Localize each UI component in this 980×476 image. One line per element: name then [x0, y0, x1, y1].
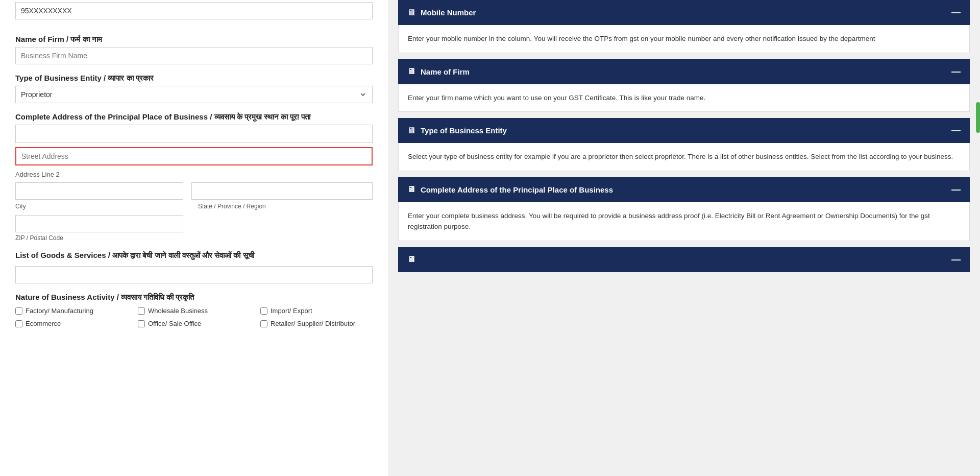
checkbox-factory-label: Factory/ Manufacturing — [26, 307, 93, 315]
info-card-firm-body: Enter your firm name which you want to u… — [398, 84, 970, 112]
info-card-mobile-body: Enter your mobile number in the column. … — [398, 25, 970, 53]
scrollbar-indicator[interactable] — [976, 102, 980, 133]
monitor-icon-partial: 🖥 — [407, 255, 415, 264]
nature-group: Nature of Business Activity / व्यवसाय गत… — [15, 293, 373, 327]
business-entity-group: Type of Business Entity / व्यापार का प्र… — [15, 74, 373, 103]
checkbox-wholesale-input[interactable] — [138, 307, 145, 315]
checkbox-wholesale-label: Wholesale Business — [148, 307, 208, 315]
city-label: City — [15, 203, 190, 210]
gstin-input[interactable] — [15, 2, 373, 19]
monitor-icon-mobile: 🖥 — [407, 8, 415, 17]
info-card-address-header-left: 🖥 Complete Address of the Principal Plac… — [407, 185, 613, 194]
state-input[interactable] — [191, 182, 373, 200]
collapse-partial-icon[interactable]: — — [951, 254, 961, 265]
city-col — [15, 182, 183, 200]
checkbox-office: Office/ Sale Office — [138, 320, 250, 327]
goods-services-group: List of Goods & Services / आपके द्वारा ब… — [15, 251, 373, 283]
info-card-entity-header-left: 🖥 Type of Business Entity — [407, 126, 507, 135]
checkbox-import-label: Import/ Export — [271, 307, 312, 315]
goods-services-input[interactable] — [15, 266, 373, 283]
checkbox-retailer-input[interactable] — [260, 320, 267, 327]
goods-services-label: List of Goods & Services / आपके द्वारा ब… — [15, 251, 373, 260]
checkbox-office-input[interactable] — [138, 320, 145, 327]
city-input[interactable] — [15, 182, 183, 200]
info-card-firm-header[interactable]: 🖥 Name of Firm — — [398, 59, 970, 84]
collapse-mobile-icon[interactable]: — — [951, 7, 961, 18]
business-entity-label: Type of Business Entity / व्यापार का प्र… — [15, 74, 373, 83]
info-card-partial: 🖥 — — [398, 247, 970, 272]
collapse-firm-icon[interactable]: — — [951, 66, 961, 77]
right-panel: 🖥 Mobile Number — Enter your mobile numb… — [388, 0, 980, 476]
collapse-address-icon[interactable]: — — [951, 184, 961, 195]
checkbox-ecommerce-input[interactable] — [15, 320, 22, 327]
checkbox-retailer-label: Retailer/ Supplier/ Distributor — [271, 320, 355, 327]
checkbox-retailer: Retailer/ Supplier/ Distributor — [260, 320, 373, 327]
info-card-entity-body: Select your type of business entity for … — [398, 143, 970, 171]
checkbox-import-input[interactable] — [260, 307, 267, 315]
address-section-label: Complete Address of the Principal Place … — [15, 112, 373, 122]
info-card-firm-header-left: 🖥 Name of Firm — [407, 67, 470, 76]
state-label: State / Province / Region — [198, 203, 373, 210]
info-card-entity-header[interactable]: 🖥 Type of Business Entity — — [398, 118, 970, 143]
nature-label: Nature of Business Activity / व्यवसाय गत… — [15, 293, 373, 302]
checkbox-ecommerce-label: Ecommerce — [26, 320, 61, 327]
firm-name-group: Name of Firm / फर्म का नाम — [15, 35, 373, 64]
address-line2-label: Address Line 2 — [15, 171, 373, 178]
info-card-address-header[interactable]: 🖥 Complete Address of the Principal Plac… — [398, 177, 970, 202]
checkbox-office-label: Office/ Sale Office — [148, 320, 201, 327]
address-line1-input[interactable] — [15, 125, 373, 143]
info-card-address-body: Enter your complete business address. Yo… — [398, 202, 970, 241]
info-card-firm: 🖥 Name of Firm — Enter your firm name wh… — [398, 59, 970, 112]
info-card-address-title: Complete Address of the Principal Place … — [421, 185, 613, 194]
monitor-icon-firm: 🖥 — [407, 67, 415, 76]
info-card-mobile-header-left: 🖥 Mobile Number — [407, 8, 476, 17]
info-card-mobile-title: Mobile Number — [421, 8, 476, 17]
checkbox-ecommerce: Ecommerce — [15, 320, 128, 327]
zip-label: ZIP / Postal Code — [15, 234, 373, 242]
street-address-input[interactable] — [15, 147, 373, 165]
info-card-entity: 🖥 Type of Business Entity — Select your … — [398, 118, 970, 171]
info-card-entity-title: Type of Business Entity — [421, 126, 507, 135]
info-card-partial-header[interactable]: 🖥 — — [398, 247, 970, 272]
firm-name-input[interactable] — [15, 47, 373, 64]
address-group: Complete Address of the Principal Place … — [15, 112, 373, 242]
firm-name-label: Name of Firm / फर्म का नाम — [15, 35, 373, 44]
left-panel: Name of Firm / फर्म का नाम Type of Busin… — [0, 0, 388, 476]
checkbox-factory: Factory/ Manufacturing — [15, 307, 128, 315]
business-entity-select[interactable]: Proprietor Partnership LLP Company Trust — [15, 86, 373, 103]
info-card-mobile-header[interactable]: 🖥 Mobile Number — — [398, 0, 970, 25]
zip-input[interactable] — [15, 215, 183, 232]
info-card-partial-header-left: 🖥 — [407, 255, 421, 264]
zip-row: ZIP / Postal Code — [15, 215, 373, 242]
monitor-icon-entity: 🖥 — [407, 126, 415, 135]
checkbox-factory-input[interactable] — [15, 307, 22, 315]
monitor-icon-address: 🖥 — [407, 185, 415, 194]
state-col — [191, 182, 373, 200]
collapse-entity-icon[interactable]: — — [951, 125, 961, 136]
info-card-firm-title: Name of Firm — [421, 67, 470, 76]
info-card-address: 🖥 Complete Address of the Principal Plac… — [398, 177, 970, 241]
checkbox-wholesale: Wholesale Business — [138, 307, 250, 315]
info-card-mobile: 🖥 Mobile Number — Enter your mobile numb… — [398, 0, 970, 53]
checkbox-import: Import/ Export — [260, 307, 373, 315]
